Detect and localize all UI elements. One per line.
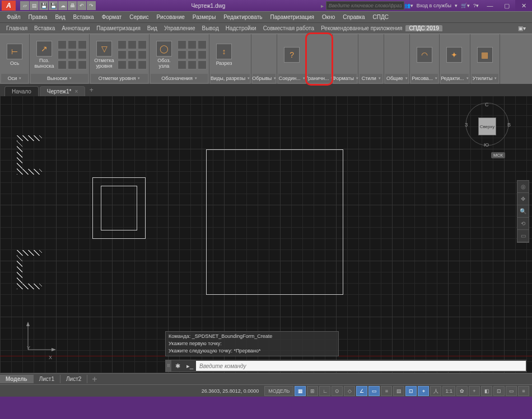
- qp-toggle[interactable]: 人: [430, 386, 441, 396]
- menu-файл[interactable]: Файл: [3, 14, 25, 20]
- menu-формат[interactable]: Формат: [98, 14, 126, 20]
- iso-toggle[interactable]: ◇: [344, 386, 355, 396]
- dyn-toggle[interactable]: ⌖: [418, 386, 429, 396]
- panel-label[interactable]: Соедин...: [278, 74, 305, 83]
- menu-окно[interactable]: Окно: [318, 14, 339, 20]
- tab-2[interactable]: Аннотации: [58, 25, 93, 31]
- user-icon[interactable]: 👥▾: [404, 3, 413, 8]
- cleanscreen-icon[interactable]: ▭: [506, 386, 517, 396]
- viewcube[interactable]: Сверху С Ю В З МСК: [465, 102, 510, 147]
- ribbon-button[interactable]: ?: [279, 38, 304, 72]
- minimize-button[interactable]: —: [482, 0, 498, 11]
- qat-cloud-icon[interactable]: ☁: [58, 1, 67, 10]
- nav-wheel-icon[interactable]: ◎: [517, 181, 529, 193]
- small-tool-icon[interactable]: [118, 60, 127, 69]
- small-tool-icon[interactable]: [128, 50, 137, 59]
- small-tool-icon[interactable]: [188, 40, 197, 49]
- small-tool-icon[interactable]: [188, 60, 197, 69]
- layout-tab[interactable]: Лист1: [34, 375, 60, 383]
- small-tool-icon[interactable]: [78, 40, 87, 49]
- panel-label[interactable]: Редакти...: [441, 74, 468, 83]
- grid-toggle[interactable]: ▦: [295, 386, 306, 396]
- small-tool-icon[interactable]: [128, 60, 137, 69]
- panel-label[interactable]: Стили: [360, 74, 382, 83]
- nav-showmotion-icon[interactable]: ▭: [517, 230, 529, 242]
- small-tool-icon[interactable]: [138, 60, 147, 69]
- tab-8[interactable]: Совместная работа: [260, 25, 318, 31]
- tab-6[interactable]: Вывод: [199, 25, 222, 31]
- small-tool-icon[interactable]: [198, 50, 207, 59]
- customize-icon[interactable]: ≡: [518, 386, 529, 396]
- small-tool-icon[interactable]: [58, 50, 67, 59]
- menu-сервис[interactable]: Сервис: [125, 14, 152, 20]
- small-tool-icon[interactable]: [118, 40, 127, 49]
- panel-label[interactable]: Выноски: [31, 74, 88, 83]
- menu-спдс[interactable]: СПДС: [369, 14, 393, 20]
- login-link[interactable]: Вход в службы: [417, 3, 451, 8]
- command-input[interactable]: [196, 361, 526, 371]
- ribbon-button[interactable]: ↕Разрез: [212, 38, 236, 72]
- ortho-toggle[interactable]: ∟: [319, 386, 330, 396]
- small-tool-icon[interactable]: [58, 40, 67, 49]
- model-button[interactable]: МОДЕЛЬ: [264, 386, 293, 396]
- scale-label[interactable]: 1:1: [442, 386, 455, 396]
- qat-open-icon[interactable]: ▤: [30, 1, 39, 10]
- layout-tab[interactable]: Лист2: [60, 375, 87, 383]
- doctab[interactable]: Чертеж1*×: [40, 86, 85, 96]
- wcs-label[interactable]: МСК: [491, 152, 505, 158]
- small-tool-icon[interactable]: [178, 60, 186, 69]
- tab-5[interactable]: Управление: [161, 25, 199, 31]
- snap-toggle[interactable]: ⊞: [307, 386, 318, 396]
- tab-10[interactable]: СПДС 2019: [405, 25, 442, 31]
- panel-label[interactable]: Обрывы: [253, 74, 276, 83]
- ribbon-button[interactable]: ↗Поз. выноска: [32, 38, 57, 72]
- menu-рисование[interactable]: Рисование: [152, 14, 188, 20]
- gear-icon[interactable]: ✿: [456, 386, 468, 396]
- osnap-toggle[interactable]: ∠: [356, 386, 367, 396]
- small-tool-icon[interactable]: [68, 60, 77, 69]
- small-tool-icon[interactable]: [198, 40, 207, 49]
- cmdline-recent-icon[interactable]: ✱: [171, 360, 184, 372]
- nav-orbit-icon[interactable]: ⟲: [517, 218, 529, 230]
- qat-new-icon[interactable]: ▱: [20, 1, 29, 10]
- nav-zoom-icon[interactable]: 🔍: [517, 205, 529, 218]
- menu-вставка[interactable]: Вставка: [69, 14, 97, 20]
- maximize-button[interactable]: ▢: [498, 0, 515, 11]
- small-tool-icon[interactable]: [118, 50, 127, 59]
- app-logo[interactable]: A: [2, 1, 16, 11]
- tab-1[interactable]: Вставка: [31, 25, 58, 31]
- small-tool-icon[interactable]: [128, 40, 137, 49]
- tab-3[interactable]: Параметризация: [93, 25, 144, 31]
- tab-4[interactable]: Вид: [144, 25, 161, 31]
- tab-options[interactable]: ▣▾: [515, 25, 529, 31]
- qat-redo-icon[interactable]: ↷: [87, 1, 96, 10]
- small-tool-icon[interactable]: [68, 50, 77, 59]
- cmdline-grip[interactable]: ⠿: [166, 360, 171, 371]
- polar-toggle[interactable]: ⊙: [332, 386, 343, 396]
- small-tool-icon[interactable]: [178, 50, 186, 59]
- small-tool-icon[interactable]: [138, 50, 147, 59]
- tab-9[interactable]: Рекомендованные приложения: [318, 25, 405, 31]
- small-tool-icon[interactable]: [78, 50, 87, 59]
- small-tool-icon[interactable]: [138, 40, 147, 49]
- annomonitor-toggle[interactable]: +: [469, 386, 480, 396]
- ribbon-button[interactable]: ▦: [473, 38, 497, 72]
- cycle-toggle[interactable]: ⊡: [405, 386, 417, 396]
- panel-label[interactable]: Виды, разрезы: [211, 74, 250, 83]
- close-button[interactable]: ✕: [515, 0, 532, 11]
- qat-saveas-icon[interactable]: 💾: [49, 1, 58, 10]
- panel-label[interactable]: Оси: [1, 74, 28, 83]
- workspace-icon[interactable]: ◧: [481, 386, 492, 396]
- help-icon[interactable]: ?▾: [473, 3, 479, 8]
- panel-label[interactable]: Общие: [385, 74, 408, 83]
- drawing-canvas[interactable]: Y X Сверху С Ю В З МСК ◎ ✥ 🔍 ⟲ ▭ Команда…: [0, 96, 532, 373]
- panel-label[interactable]: Граничн...: [308, 74, 331, 83]
- small-tool-icon[interactable]: [78, 60, 87, 69]
- otrack-toggle[interactable]: ▭: [368, 386, 380, 396]
- panel-label[interactable]: Рисова...: [411, 74, 438, 83]
- menu-редактировать[interactable]: Редактировать: [220, 14, 266, 20]
- panel-label[interactable]: Утилиты: [472, 74, 498, 83]
- small-tool-icon[interactable]: [188, 50, 197, 59]
- new-tab-button[interactable]: +: [86, 86, 96, 96]
- tab-7[interactable]: Надстройки: [222, 25, 260, 31]
